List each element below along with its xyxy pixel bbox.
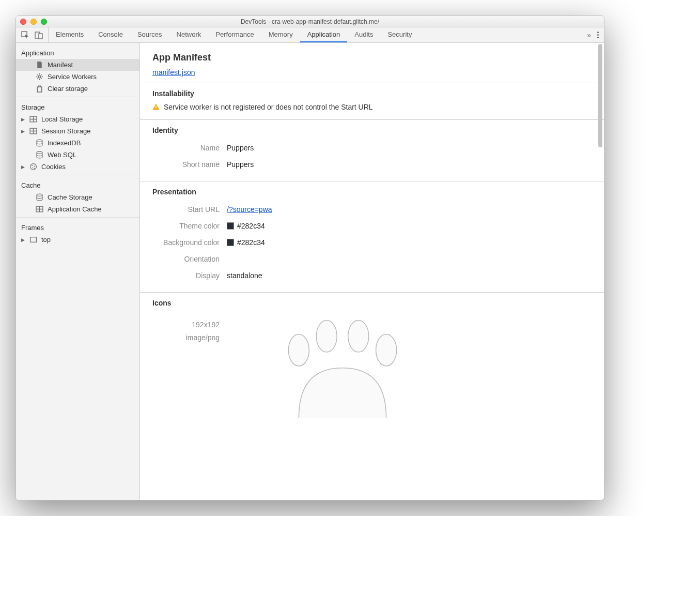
svg-point-7	[37, 151, 42, 154]
svg-point-12	[34, 168, 35, 169]
expand-icon[interactable]: ▶	[21, 117, 25, 122]
device-toolbar-icon[interactable]	[35, 31, 43, 39]
tab-memory[interactable]: Memory	[261, 27, 300, 42]
inspect-icon[interactable]	[21, 31, 29, 39]
tab-elements[interactable]: Elements	[49, 27, 91, 42]
tab-network[interactable]: Network	[169, 27, 209, 42]
sidebar-item-top-frame[interactable]: ▶ top	[16, 234, 139, 246]
sidebar-header-storage: Storage	[16, 99, 139, 113]
panel-body: Application Manifest Service Workers Cle…	[16, 43, 604, 500]
sidebar-section-storage: Storage ▶ Local Storage ▶ Session Storag…	[16, 97, 139, 175]
svg-point-10	[34, 165, 35, 166]
label-short-name: Short name	[152, 160, 220, 169]
panel-title-identity: Identity	[152, 126, 592, 134]
row-display: Display standalone	[152, 267, 592, 284]
label-bg-color: Background color	[152, 238, 220, 247]
row-bg-color: Background color #282c34	[152, 234, 592, 251]
table-icon	[36, 205, 43, 213]
expand-icon[interactable]: ▶	[21, 237, 25, 242]
value-display: standalone	[227, 271, 262, 280]
label-orientation: Orientation	[152, 255, 220, 263]
sidebar-item-label: Web SQL	[48, 151, 76, 159]
sidebar-item-label: Session Storage	[41, 127, 90, 135]
window-title: DevTools - cra-web-app-manifest-defaut.g…	[16, 18, 604, 25]
value-bg-color: #282c34	[237, 238, 265, 247]
label-name: Name	[152, 144, 220, 152]
tab-application[interactable]: Application	[300, 27, 348, 42]
sidebar-item-local-storage[interactable]: ▶ Local Storage	[16, 113, 139, 125]
theme-color-swatch	[227, 222, 234, 230]
tab-security[interactable]: Security	[380, 27, 419, 42]
document-icon	[36, 61, 43, 69]
start-url-link[interactable]: /?source=pwa	[227, 205, 272, 214]
sidebar-section-application: Application Manifest Service Workers Cle…	[16, 43, 139, 97]
manifest-link[interactable]: manifest.json	[152, 68, 195, 77]
panel-title-installability: Installability	[152, 89, 592, 98]
svg-point-11	[32, 168, 33, 169]
sidebar-section-cache: Cache Cache Storage Application Cache	[16, 175, 139, 218]
trash-icon	[36, 85, 43, 93]
sidebar-header-cache: Cache	[16, 177, 139, 191]
value-theme-color: #282c34	[237, 222, 265, 230]
sidebar-item-clear-storage[interactable]: Clear storage	[16, 83, 139, 95]
svg-point-18	[288, 334, 309, 366]
tab-performance[interactable]: Performance	[208, 27, 261, 42]
svg-point-8	[30, 164, 37, 170]
content-inner: App Manifest manifest.json Installabilit…	[140, 43, 604, 426]
sidebar-item-cache-storage[interactable]: Cache Storage	[16, 191, 139, 203]
svg-rect-16	[155, 105, 156, 108]
icon-mime: image/png	[152, 331, 220, 344]
value-name: Puppers	[227, 144, 254, 152]
devtools-window: DevTools - cra-web-app-manifest-defaut.g…	[15, 16, 604, 500]
sidebar-item-websql[interactable]: Web SQL	[16, 149, 139, 161]
svg-point-19	[316, 321, 337, 353]
expand-icon[interactable]: ▶	[21, 164, 25, 170]
sidebar-item-label: top	[41, 236, 51, 243]
panel-icons: Icons 192x192 image/png	[140, 292, 604, 426]
sidebar-item-service-workers[interactable]: Service Workers	[16, 71, 139, 83]
icons-meta: 192x192 image/png	[152, 314, 220, 418]
sidebar-item-label: Manifest	[48, 61, 73, 69]
sidebar-item-session-storage[interactable]: ▶ Session Storage	[16, 125, 139, 137]
tab-sources[interactable]: Sources	[130, 27, 169, 42]
icons-block: 192x192 image/png	[152, 312, 592, 418]
sidebar-item-label: Local Storage	[41, 115, 83, 123]
scrollbar[interactable]	[597, 43, 603, 500]
titlebar: DevTools - cra-web-app-manifest-defaut.g…	[16, 16, 604, 27]
icon-size: 192x192	[152, 318, 220, 331]
installability-warning: Service worker is not registered or does…	[152, 103, 592, 111]
cookie-icon	[29, 163, 37, 171]
warning-icon	[152, 103, 160, 111]
bg-color-swatch	[227, 239, 234, 246]
database-icon	[36, 193, 43, 201]
svg-rect-15	[30, 237, 37, 242]
panel-identity: Identity Name Puppers Short name Puppers	[140, 119, 604, 181]
tab-console[interactable]: Console	[91, 27, 130, 42]
content-area: App Manifest manifest.json Installabilit…	[140, 43, 604, 500]
panel-installability: Installability Service worker is not reg…	[140, 83, 604, 119]
tab-audits[interactable]: Audits	[347, 27, 380, 42]
database-icon	[36, 139, 43, 147]
settings-menu-icon[interactable]	[597, 32, 599, 38]
sidebar-item-application-cache[interactable]: Application Cache	[16, 203, 139, 215]
panel-presentation: Presentation Start URL /?source=pwa Them…	[140, 181, 604, 292]
value-short-name: Puppers	[227, 160, 254, 169]
database-icon	[36, 151, 43, 159]
panel-title-icons: Icons	[152, 299, 592, 307]
expand-icon[interactable]: ▶	[21, 129, 25, 134]
table-icon	[29, 115, 37, 123]
manifest-icon-preview	[234, 314, 451, 418]
sidebar-item-indexeddb[interactable]: IndexedDB	[16, 137, 139, 149]
svg-point-6	[37, 140, 42, 142]
svg-point-20	[348, 321, 369, 353]
scrollbar-thumb[interactable]	[598, 44, 602, 147]
tabbar: Elements Console Sources Network Perform…	[16, 27, 604, 43]
sidebar-section-frames: Frames ▶ top	[16, 218, 139, 248]
sidebar-item-manifest[interactable]: Manifest	[16, 59, 139, 71]
svg-point-9	[32, 165, 33, 166]
label-start-url: Start URL	[152, 205, 220, 214]
more-tabs-icon[interactable]: »	[587, 31, 591, 39]
sidebar-item-cookies[interactable]: ▶ Cookies	[16, 161, 139, 173]
toolbar-right: »	[582, 27, 604, 42]
svg-point-3	[38, 75, 41, 78]
